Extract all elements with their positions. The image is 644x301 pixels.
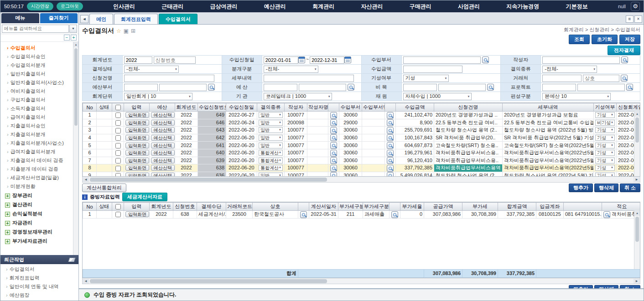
column-header[interactable]: 부가세구분명 [363,203,390,211]
search-icon[interactable] [387,112,394,119]
sidebar-menu-item[interactable]: 지출결의서분개(사업소) [3,139,72,148]
global-menu-item[interactable]: 예산관리 [264,3,286,10]
search-icon[interactable] [387,127,394,134]
sidebar-menu-item[interactable]: 수입결의서 [3,44,72,52]
sidebar-group-item[interactable]: 경영정보재무관리 [3,227,72,236]
row-checkbox[interactable] [115,135,121,141]
search-icon[interactable] [482,56,489,63]
sidebar-menu-item[interactable]: 미분개현황 [3,182,72,191]
column-header[interactable]: 수입신청번호 [198,103,226,112]
decision-type-select[interactable]: -전체- [542,66,597,73]
search-icon[interactable] [387,142,394,149]
merge-bill-button[interactable]: 계산서통합처리 [82,184,126,192]
search-icon[interactable] [391,211,398,218]
gisung-dropdown[interactable]: 기성 [595,165,615,171]
row-checkbox[interactable] [115,112,121,118]
income-row[interactable]: 3 입력화면 예산선택 2022 643 2022-06-20 일반 1 [83,127,641,134]
sidebar-menu-item[interactable]: 지출결의서분개 [3,130,72,139]
plus-icon[interactable] [5,203,10,208]
budget-name-input[interactable] [299,84,346,91]
input-screen-button[interactable]: 입력화면 [125,127,149,133]
input-screen-button[interactable]: 입력화면 [125,150,149,156]
detail-input[interactable] [264,75,354,82]
search-icon[interactable] [387,172,394,177]
search-icon[interactable] [330,165,337,172]
reset-button[interactable]: 초기화 [592,35,618,44]
income-dept-input[interactable] [403,56,481,64]
scroll-right-icon[interactable] [634,177,640,182]
decision-type-dropdown[interactable]: 통합계산서 [259,165,283,171]
recent-work-item[interactable]: 수입결의서 [2,265,77,274]
tab-scroll-left-icon[interactable] [80,15,88,23]
recent-work-item[interactable]: 회계전표입력 [2,274,77,282]
column-header[interactable]: 부가세구분 [338,203,363,211]
column-header[interactable]: 작성자명 [307,103,328,112]
close-tab-icon[interactable]: × [634,15,642,23]
decision-type-dropdown[interactable]: 일반 [259,120,283,126]
column-header[interactable]: 공급가액 [424,203,462,211]
input-screen-button[interactable]: 입력화면 [125,165,149,171]
income-row[interactable]: 9 입력화면 예산선택 2022 636 2022-06-20 일반 1 [83,172,641,177]
search-icon[interactable] [621,75,628,82]
column-header[interactable]: 기성여부 [594,103,617,112]
input-screen-button[interactable]: 입력화면 [125,211,149,217]
gisung-dropdown[interactable]: 비기성 [595,120,615,126]
search-icon[interactable] [330,119,337,126]
date-to-input[interactable] [310,56,344,64]
decision-type-dropdown[interactable]: 일반 [259,173,283,177]
column-header[interactable]: 회계년도 [175,103,198,112]
horizontal-scrollbar[interactable] [82,278,640,284]
horizontal-scrollbar[interactable] [82,177,640,183]
item-code-input[interactable] [403,84,437,91]
date-from-input[interactable] [264,56,298,64]
column-header[interactable] [385,103,396,112]
fund-source-select[interactable]: 자체수입 | 1000 [403,93,472,100]
add-row-button[interactable]: 행추가 [569,184,593,192]
sidebar-menu-item[interactable]: 구입지출결의서 [3,96,72,104]
vertical-scrollbar[interactable]: ▲ [634,111,640,176]
column-header[interactable]: 입력 [124,103,150,112]
income-row[interactable]: 7 입력화면 예산선택 2022 639 2022-06-20 통합계산서 [83,157,641,164]
row-checkbox[interactable] [115,166,121,171]
journal-type-select[interactable]: -전체- [264,66,318,73]
sidebar-menu-item[interactable]: 수입결의서분개 [3,61,72,70]
search-icon[interactable] [603,211,610,218]
column-header[interactable]: 부가세 [462,203,498,211]
plus-icon[interactable] [5,221,10,226]
scroll-up-icon[interactable]: ▲ [73,42,78,47]
budget-plan-select[interactable]: 본예산 10 [542,93,611,100]
column-header[interactable] [328,103,339,112]
search-icon[interactable] [330,112,337,119]
column-header[interactable]: 수입신청일 [226,103,257,112]
column-header[interactable]: 입력 [124,203,150,211]
item-name-input[interactable] [438,84,486,91]
budget-dept-name-input[interactable] [159,84,207,91]
input-screen-button[interactable]: 입력화면 [125,120,149,126]
budget-select-button[interactable]: 예산선택 [151,143,175,148]
settings-gear-icon[interactable]: ⚙ [631,2,640,11]
search-icon[interactable] [348,84,354,91]
global-menu-item[interactable]: 급상여관리 [210,3,238,10]
fiscal-year-input[interactable] [124,56,152,64]
column-header[interactable]: 부가세율 [400,203,424,211]
sidebar-group-item[interactable]: 손익실적분석 [3,209,72,218]
search-icon[interactable] [387,119,394,126]
column-header[interactable]: 결의종류 [257,103,285,112]
decision-type-dropdown[interactable]: 일반 [259,135,283,141]
search-icon[interactable] [330,172,337,177]
sidebar-scrollbar[interactable]: ▲ [73,42,78,255]
gisung-dropdown[interactable]: 기성 [595,150,615,156]
sidebar-group-item[interactable]: 자금관리 [3,218,72,227]
evidence-row[interactable]: 1 입력화면 2022 638 세금계산서/.. 23500 한국철도공사 [83,211,641,219]
column-header[interactable] [298,203,309,211]
search-icon[interactable] [487,84,494,91]
tax-invoice-button[interactable]: 세금계산서자료 [122,193,167,201]
gisung-dropdown[interactable]: 기성 [595,112,615,118]
decision-type-dropdown[interactable]: 통합계산서 [259,150,283,156]
menu-search-input[interactable] [2,25,69,33]
recent-work-item[interactable]: 일반이체 연동 및 내역 [2,282,77,291]
search-icon[interactable] [330,142,337,149]
sidebar-tab-menu[interactable]: 메뉴 [1,13,39,23]
decision-type-dropdown[interactable]: 일반 [259,112,283,118]
income-amount-input[interactable] [403,66,462,73]
